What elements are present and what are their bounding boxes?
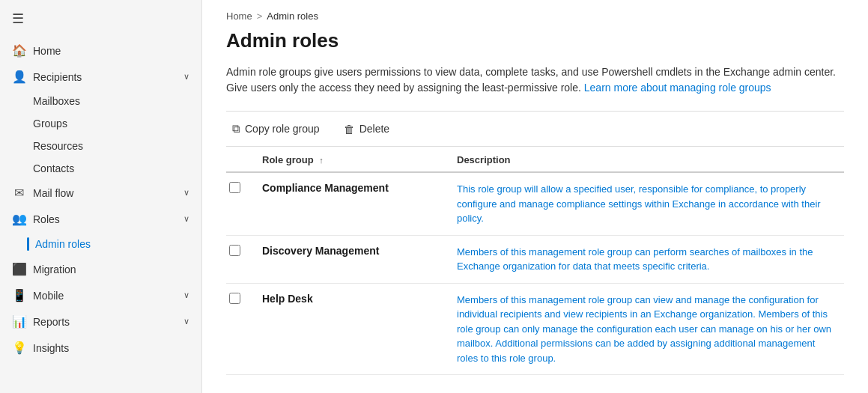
sidebar-item-mobile[interactable]: 📱 Mobile ∨ <box>0 282 201 308</box>
sidebar-item-label: Migration <box>33 263 189 275</box>
sidebar-item-label: Roles <box>33 213 176 225</box>
sidebar-item-migration[interactable]: ⬛ Migration <box>0 256 201 282</box>
copy-icon: ⧉ <box>232 122 240 135</box>
main-content: Home > Admin roles Admin roles Admin rol… <box>202 0 868 393</box>
mailflow-icon: ✉ <box>12 186 25 200</box>
chevron-down-icon: ∨ <box>183 290 189 300</box>
table-header-desc: Description <box>448 147 844 172</box>
delete-label: Delete <box>359 123 389 135</box>
row-checkbox-cell <box>226 283 253 375</box>
breadcrumb-sep: > <box>257 10 263 22</box>
learn-more-text: Learn more about managing role groups <box>584 82 771 94</box>
sort-icon: ↑ <box>319 156 324 165</box>
table-header-role[interactable]: Role group ↑ <box>253 147 448 172</box>
toolbar: ⧉ Copy role group 🗑 Delete <box>226 111 844 147</box>
sidebar-item-insights[interactable]: 💡 Insights <box>0 335 201 361</box>
row-checkbox-cell <box>226 172 253 235</box>
sidebar-item-label: Mail flow <box>33 187 176 199</box>
roles-icon: 👥 <box>12 212 25 226</box>
row-checkbox[interactable] <box>229 182 240 193</box>
chevron-down-icon: ∨ <box>183 317 189 326</box>
role-name-cell[interactable]: Help Desk <box>253 283 448 375</box>
roles-table: Role group ↑ Description Compliance Mana… <box>226 147 844 375</box>
role-desc-cell: Members of this management role group ca… <box>448 235 844 283</box>
copy-role-group-button[interactable]: ⧉ Copy role group <box>226 119 326 138</box>
chevron-down-icon: ∨ <box>183 214 189 224</box>
delete-button[interactable]: 🗑 Delete <box>338 120 395 138</box>
breadcrumb-home[interactable]: Home <box>226 10 252 22</box>
sidebar: ☰ 🏠 Home 👤 Recipients ∨ Mailboxes Groups… <box>0 0 202 393</box>
sidebar-item-mailflow[interactable]: ✉ Mail flow ∨ <box>0 180 201 206</box>
table-row: Compliance Management This role group wi… <box>226 172 844 235</box>
col-desc-label: Description <box>457 154 511 165</box>
sidebar-item-label: Home <box>33 45 189 57</box>
sidebar-item-resources[interactable]: Resources <box>0 135 201 157</box>
sidebar-item-contacts[interactable]: Contacts <box>0 157 201 180</box>
copy-label: Copy role group <box>245 123 320 135</box>
role-desc-cell: This role group will allow a specified u… <box>448 172 844 235</box>
breadcrumb: Home > Admin roles <box>226 0 844 29</box>
reports-icon: 📊 <box>12 314 25 329</box>
sidebar-item-roles[interactable]: 👥 Roles ∨ <box>0 206 201 232</box>
delete-icon: 🗑 <box>344 123 355 135</box>
sidebar-item-label: Insights <box>33 342 189 354</box>
sidebar-header: ☰ <box>0 0 201 37</box>
role-name-cell[interactable]: Compliance Management <box>253 172 448 235</box>
sidebar-item-groups[interactable]: Groups <box>0 112 201 135</box>
chevron-down-icon: ∨ <box>183 72 189 82</box>
sidebar-item-mailboxes[interactable]: Mailboxes <box>0 90 201 112</box>
role-name-cell[interactable]: Discovery Management <box>253 235 448 283</box>
sidebar-item-label: Admin roles <box>35 238 91 250</box>
table-row: Discovery Management Members of this man… <box>226 235 844 283</box>
row-checkbox[interactable] <box>229 293 240 304</box>
home-icon: 🏠 <box>12 43 25 58</box>
sidebar-item-label: Reports <box>33 316 176 328</box>
insights-icon: 💡 <box>12 341 25 355</box>
role-desc-cell: Members of this management role group ca… <box>448 283 844 375</box>
recipients-icon: 👤 <box>12 70 25 84</box>
sidebar-item-label: Mobile <box>33 290 176 302</box>
active-bar <box>27 237 29 251</box>
sidebar-item-label: Recipients <box>33 71 176 83</box>
row-checkbox-cell <box>226 235 253 283</box>
chevron-down-icon: ∨ <box>183 188 189 198</box>
learn-more-link[interactable]: Learn more about managing role groups <box>584 82 771 94</box>
breadcrumb-current: Admin roles <box>267 10 318 22</box>
sidebar-item-home[interactable]: 🏠 Home <box>0 37 201 64</box>
mobile-icon: 📱 <box>12 288 25 302</box>
sidebar-item-recipients[interactable]: 👤 Recipients ∨ <box>0 64 201 90</box>
migration-icon: ⬛ <box>12 262 25 276</box>
row-checkbox[interactable] <box>229 245 240 256</box>
table-header-checkbox <box>226 147 253 172</box>
hamburger-icon[interactable]: ☰ <box>12 10 24 27</box>
sidebar-item-adminroles[interactable]: Admin roles <box>0 232 201 256</box>
page-title: Admin roles <box>226 29 844 52</box>
col-role-label: Role group <box>262 154 314 165</box>
sidebar-item-reports[interactable]: 📊 Reports ∨ <box>0 308 201 335</box>
table-row: Help Desk Members of this management rol… <box>226 283 844 375</box>
page-description: Admin role groups give users permissions… <box>226 64 844 96</box>
